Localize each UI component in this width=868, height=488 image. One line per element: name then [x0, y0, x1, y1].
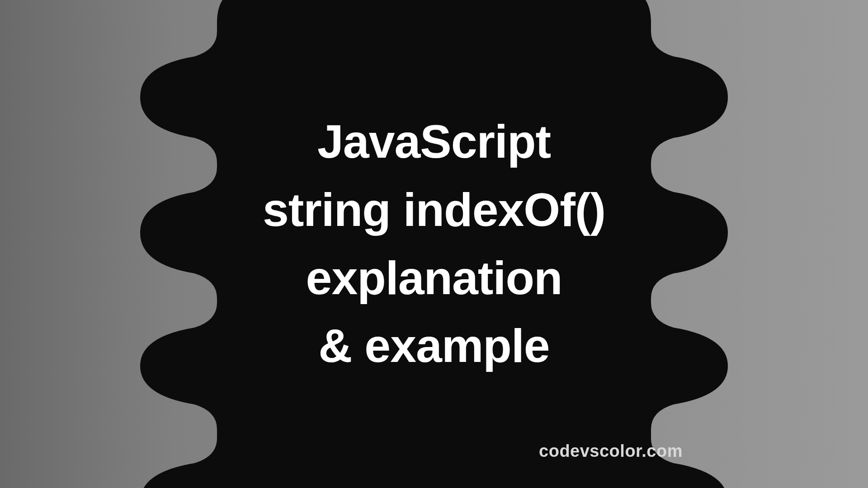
title-line-4: & example [163, 312, 705, 380]
title-line-2: string indexOf() [163, 176, 705, 244]
title-content: JavaScript string indexOf() explanation … [163, 108, 705, 380]
title-line-3: explanation [163, 244, 705, 312]
banner-container: JavaScript string indexOf() explanation … [0, 0, 868, 488]
title-line-1: JavaScript [163, 108, 705, 176]
main-title: JavaScript string indexOf() explanation … [163, 108, 705, 380]
watermark-text: codevscolor.com [539, 441, 683, 461]
